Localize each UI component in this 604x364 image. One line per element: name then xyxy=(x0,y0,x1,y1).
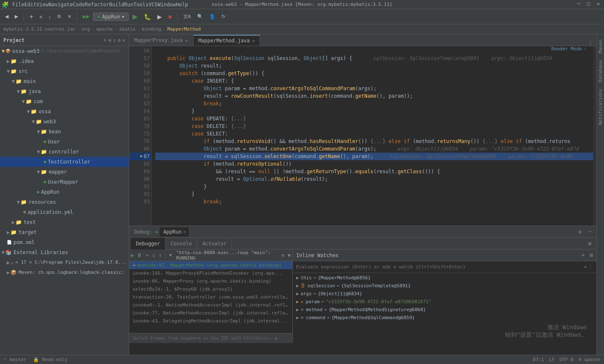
debug-apprun-close[interactable]: ✕ xyxy=(183,229,186,234)
menu-file[interactable]: File xyxy=(12,2,24,8)
menu-tools[interactable]: Tools xyxy=(133,2,148,8)
maximize-button[interactable]: □ xyxy=(585,1,593,7)
menu-navigate[interactable]: Navigate xyxy=(49,2,73,8)
step-out-icon[interactable]: ↑ xyxy=(158,252,163,258)
watch-this[interactable]: ▶ this = {MapperMethod@6856} xyxy=(293,274,596,282)
frame-transaction[interactable]: transaction:20, TestController (com.ossa… xyxy=(129,293,292,301)
frames-settings[interactable]: ▼ xyxy=(288,252,291,258)
resume-icon[interactable]: ▶ xyxy=(131,252,134,258)
tree-src[interactable]: ▼ 📁 src xyxy=(0,66,129,76)
toolbar-close[interactable]: ✕ xyxy=(65,13,74,20)
menu-refactor[interactable]: Refactor xyxy=(85,2,109,8)
tab-close-mapperproxy[interactable]: ✕ xyxy=(185,38,188,43)
evaluate-input[interactable] xyxy=(296,264,584,270)
toolbar-user[interactable]: 👤 xyxy=(207,13,218,20)
tree-target[interactable]: ▶ 📁 target xyxy=(0,227,129,237)
debug-apprun-tab[interactable]: AppRun ✕ xyxy=(160,227,189,237)
tree-test[interactable]: ▶ 📁 test xyxy=(0,217,129,227)
tree-apprun[interactable]: ● AppRun xyxy=(0,187,129,197)
toolbar-forward[interactable]: ▶ xyxy=(12,13,21,20)
frame-invoke-43[interactable]: invoke:43, DelegatingMethodAccessorImpl … xyxy=(129,317,292,325)
tree-user[interactable]: ● User xyxy=(0,137,129,147)
tree-resources[interactable]: ▼ 📁 resources xyxy=(0,197,129,207)
tree-ossa-web3[interactable]: ▼ 📦 ossa-web3 C:\Users\sunjinxin\IdeaPro… xyxy=(0,46,129,56)
close-button[interactable]: ✕ xyxy=(594,1,602,7)
sidebar-close-icon[interactable]: ✕ xyxy=(122,37,125,43)
tabs-more[interactable]: ⋮ xyxy=(585,40,596,46)
frame-invoke-77[interactable]: invoke:77, NativeMethodAccessorImpl (jdk… xyxy=(129,309,292,317)
run-button[interactable]: ▶ xyxy=(130,12,140,21)
tree-com[interactable]: ▼ 📁 com xyxy=(0,96,129,107)
tree-extlibs[interactable]: ▼ 📚 External Libraries xyxy=(0,247,129,257)
debug-subtab-console[interactable]: Console xyxy=(166,238,198,250)
debug-subtab-debugger[interactable]: Debugger xyxy=(131,238,166,250)
toolbar-translate[interactable]: 文A xyxy=(181,13,193,21)
step-over-icon[interactable]: ↷ xyxy=(145,252,150,258)
toolbar-search[interactable]: 🔍 xyxy=(195,13,206,20)
toolbar-list[interactable]: ≡ xyxy=(37,13,44,20)
menu-run[interactable]: Run xyxy=(124,2,133,8)
toolbar-update[interactable]: ↻ xyxy=(219,13,228,20)
breadcrumb-ibatis[interactable]: ibatis xyxy=(119,26,136,32)
tree-bean[interactable]: ▼ 📁 bean xyxy=(0,127,129,137)
watch-sqlsession[interactable]: ▶ 🗄 sqlSession = {SqlSessionTemplate@589… xyxy=(293,282,596,290)
toolbar-sort[interactable]: ↕ xyxy=(46,13,54,20)
filter-icon[interactable]: ⚗ xyxy=(281,252,284,258)
notifications-tab[interactable]: Notifications xyxy=(597,86,604,128)
reader-mode-check[interactable]: ✓ xyxy=(583,46,586,52)
menu-help[interactable]: Help xyxy=(176,2,188,8)
evaluate-icon[interactable]: ⊞ xyxy=(590,252,593,258)
tab-close-mappermethod[interactable]: ✕ xyxy=(252,39,255,43)
tree-pom[interactable]: 📄 pom.xml xyxy=(0,237,129,247)
debug-subtab-actuator[interactable]: Actuator xyxy=(197,238,232,250)
tree-idea[interactable]: ▶ 📁 .idea xyxy=(0,56,129,66)
watch-args[interactable]: ▶ args = {Object[1]@6834} xyxy=(293,290,596,298)
maven-tab[interactable]: Maven xyxy=(597,36,604,57)
sidebar-collapse-icon[interactable]: ≡ xyxy=(108,37,111,43)
toolbar-settings[interactable]: ⚙ xyxy=(55,13,64,20)
run-coverage[interactable]: ▶ xyxy=(155,13,164,21)
toolbar-add[interactable]: + xyxy=(27,12,36,21)
watch-command[interactable]: ▶ ∞ command = {MapperMethod$SqlCommand@6… xyxy=(293,314,596,322)
frame-selectbyid[interactable]: selectById:-1, $Proxy60 (jdk.proxy2) xyxy=(129,285,292,293)
tree-ossa[interactable]: ▼ 📁 ossa xyxy=(0,107,129,117)
menu-view[interactable]: View xyxy=(36,2,49,8)
toolbar-run-back[interactable]: ▶▶ xyxy=(80,13,92,20)
sidebar-settings-icon[interactable]: ⚙ xyxy=(118,37,121,43)
tab-mappermethod[interactable]: MapperMethod.java ✕ xyxy=(193,35,260,46)
breadcrumb-binding[interactable]: binding xyxy=(142,26,161,32)
debug-close-icon[interactable]: ─ xyxy=(585,227,595,237)
tab-mapperproxy[interactable]: MapperProxy.java ✕ xyxy=(129,35,193,46)
run-config-selector[interactable]: ▶ AppRun ▼ xyxy=(93,13,129,21)
tree-logback[interactable]: ▶ 📦 Maven: ch.qos.logback:logback-classi… xyxy=(0,268,129,278)
tree-usermapper[interactable]: ● UserMapper xyxy=(0,177,129,187)
breadcrumb-jar[interactable]: mybatis-3.5.11-sources.jar xyxy=(3,26,76,32)
tree-controller[interactable]: ▼ 📁 controller xyxy=(0,147,129,157)
toolbar-back[interactable]: ◀ xyxy=(3,13,11,20)
menu-window[interactable]: Window xyxy=(158,2,176,8)
frame-invoke0[interactable]: invoke0:-1, NativeMethodAccessorImpl (jd… xyxy=(129,301,292,309)
minimize-button[interactable]: ─ xyxy=(575,1,583,7)
add-watch-btn[interactable]: + xyxy=(584,264,587,270)
watch-param[interactable]: ▶ ≡ param = "c5329f3b-3e98-4722-8faf-e87… xyxy=(293,298,596,306)
tree-testcontroller[interactable]: ● TestController xyxy=(0,157,129,167)
breadcrumb-mappermethod[interactable]: MapperMethod xyxy=(167,26,200,32)
add-watch-icon[interactable]: + xyxy=(581,252,585,258)
watch-settings[interactable]: ⋮ xyxy=(588,264,593,270)
tree-jdk17[interactable]: ▶ ☕ < 17 > C:\Program Files\Java\jdk-17.… xyxy=(0,257,129,268)
tree-mapper[interactable]: ▼ 📁 mapper xyxy=(0,167,129,177)
stop-button[interactable]: ■ xyxy=(166,13,174,21)
frame-invoke-86[interactable]: invoke:86, MapperProxy (org.apache.ibati… xyxy=(129,277,292,285)
debug-layout-icon[interactable]: ⊞ xyxy=(585,239,595,248)
frame-execute[interactable]: → execute:87, MapperMethod (org.apache.i… xyxy=(129,261,292,269)
menu-vcs[interactable]: VCS xyxy=(148,2,158,8)
menu-edit[interactable]: Edit xyxy=(24,2,36,8)
step-into-icon[interactable]: ↓ xyxy=(151,252,156,258)
editor-scrollbar[interactable] xyxy=(593,46,596,226)
tree-java[interactable]: ▼ 📁 java xyxy=(0,86,129,96)
sidebar-sort-icon[interactable]: ↕ xyxy=(113,37,116,43)
database-tab[interactable]: Database xyxy=(597,57,604,86)
sidebar-add-icon[interactable]: + xyxy=(104,37,107,43)
pause-icon[interactable]: ⏸ xyxy=(136,252,143,258)
tree-web3[interactable]: ▼ 📁 web3 xyxy=(0,117,129,127)
